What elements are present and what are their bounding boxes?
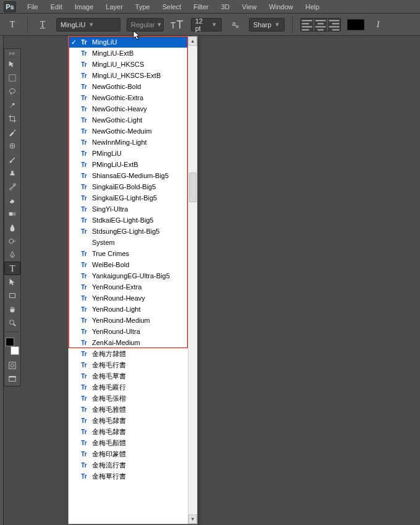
zoom-tool[interactable]: [4, 316, 20, 330]
font-option[interactable]: TrNewGothic-Extra: [69, 92, 188, 103]
menu-layer[interactable]: Layer: [104, 2, 124, 12]
scroll-up-button[interactable]: ▲: [188, 36, 197, 46]
align-left-button[interactable]: [301, 19, 313, 31]
font-option[interactable]: TrNewGothic-Heavy: [69, 103, 188, 114]
font-option[interactable]: TrYenRound-Extra: [69, 281, 188, 292]
svg-text:T: T: [170, 20, 176, 30]
antialias-combo[interactable]: Sharp ▾: [249, 18, 285, 32]
font-option[interactable]: TrMingLiU-ExtB: [69, 48, 188, 59]
font-option[interactable]: Tr金梅毛隸書: [69, 426, 188, 437]
orientation-toggle[interactable]: T: [35, 17, 50, 32]
font-option[interactable]: TrNewInnMing-Light: [69, 137, 188, 148]
panel-grip[interactable]: ▸▸: [4, 49, 20, 58]
scrollbar[interactable]: ▲ ▼: [188, 36, 197, 524]
font-option[interactable]: TrZenKai-Medium: [69, 337, 188, 348]
font-option[interactable]: TrMingLiU_HKSCS-ExtB: [69, 70, 188, 81]
magic-wand-tool[interactable]: [4, 98, 20, 112]
truetype-icon: Tr: [80, 305, 88, 313]
font-option[interactable]: Tr金梅毛行書: [69, 359, 188, 370]
font-size-combo[interactable]: 12 pt ▾: [191, 18, 222, 32]
path-selection-tool[interactable]: [4, 275, 20, 289]
font-family-combo[interactable]: MingLiU ▾: [56, 18, 120, 32]
font-option[interactable]: Tr金梅印篆體: [69, 448, 188, 459]
font-option[interactable]: Tr金梅毛張楷: [69, 393, 188, 404]
font-option[interactable]: ✓TrMingLiU: [69, 36, 188, 48]
screen-mode-button[interactable]: [4, 372, 20, 386]
font-name-label: SingYi-Ultra: [92, 205, 128, 213]
truetype-icon: Tr: [80, 228, 88, 235]
font-option[interactable]: Tr金梅毛匾行: [69, 382, 188, 393]
menu-view[interactable]: View: [241, 2, 258, 12]
font-style-combo[interactable]: Regular ▾: [127, 18, 164, 32]
lasso-tool[interactable]: [4, 85, 20, 98]
font-option[interactable]: TrMingLiU_HKSCS: [69, 59, 188, 70]
font-option[interactable]: Tr金梅毛隸書: [69, 415, 188, 426]
pen-tool[interactable]: [4, 248, 20, 262]
font-option[interactable]: System: [69, 237, 188, 248]
font-option[interactable]: TrNewGothic-Light: [69, 114, 188, 126]
scroll-thumb[interactable]: [189, 173, 196, 202]
brush-tool[interactable]: [4, 153, 20, 166]
font-option[interactable]: TrTrue Crimes: [69, 248, 188, 259]
gradient-tool[interactable]: [4, 207, 20, 221]
font-option[interactable]: TrSingYi-Ultra: [69, 203, 188, 215]
font-size-icon: TT: [170, 17, 185, 32]
menu-window[interactable]: Window: [267, 2, 294, 12]
menu-help[interactable]: Help: [304, 2, 321, 12]
color-swatches[interactable]: [4, 336, 20, 356]
tool-preset-button[interactable]: T: [5, 17, 20, 32]
type-tool[interactable]: T: [4, 262, 20, 275]
font-option[interactable]: TrPMingLiU: [69, 148, 188, 159]
font-option[interactable]: Tr金梅毛草書: [69, 370, 188, 382]
menu-edit[interactable]: Edit: [49, 2, 64, 12]
font-option[interactable]: TrSingkaiEG-Light-Big5: [69, 192, 188, 203]
font-option[interactable]: TrYenRound-Heavy: [69, 292, 188, 304]
font-option[interactable]: TrPMingLiU-ExtB: [69, 159, 188, 170]
font-option[interactable]: TrNewGothic-Meduim: [69, 126, 188, 137]
marquee-tool[interactable]: [4, 71, 20, 85]
font-option[interactable]: TrStdkaiEG-Light-Big5: [69, 215, 188, 226]
font-name-label: NewGothic-Extra: [92, 94, 143, 101]
move-tool[interactable]: [4, 58, 20, 71]
history-brush-tool[interactable]: [4, 180, 20, 194]
font-option[interactable]: Tr金梅方隸體: [69, 348, 188, 359]
font-option[interactable]: Tr金梅流行書: [69, 459, 188, 471]
align-right-button[interactable]: [328, 19, 340, 31]
text-color-swatch[interactable]: [347, 19, 364, 30]
font-option[interactable]: TrShiansaEG-Medium-Big5: [69, 170, 188, 181]
font-option[interactable]: TrYankaigungEG-Ultra-Big5: [69, 270, 188, 281]
font-list[interactable]: ✓TrMingLiUTrMingLiU-ExtBTrMingLiU_HKSCST…: [69, 36, 188, 524]
font-option[interactable]: TrYenRound-Light: [69, 304, 188, 315]
font-option[interactable]: Tr金梅毛雅體: [69, 404, 188, 415]
scroll-down-button[interactable]: ▼: [188, 514, 197, 524]
font-option[interactable]: TrWeiBei-Bold: [69, 259, 188, 270]
font-option[interactable]: TrStdsungEG-Light-Big5: [69, 226, 188, 237]
menu-file[interactable]: File: [26, 2, 40, 12]
menu-select[interactable]: Select: [161, 2, 183, 12]
healing-brush-tool[interactable]: [4, 139, 20, 153]
clone-stamp-tool[interactable]: [4, 166, 20, 180]
menu-filter[interactable]: Filter: [192, 2, 209, 12]
rectangle-tool[interactable]: [4, 289, 20, 302]
align-center-button[interactable]: [314, 19, 327, 31]
antialias-icon: aa: [228, 17, 243, 32]
scroll-track[interactable]: [188, 46, 197, 514]
font-option[interactable]: TrSingkaiEG-Bold-Big5: [69, 181, 188, 192]
font-option[interactable]: TrYenRound-Medium: [69, 315, 188, 326]
menu-type[interactable]: Type: [134, 2, 151, 12]
hand-tool[interactable]: [4, 302, 20, 316]
font-option[interactable]: TrYenRound-Ultra: [69, 326, 188, 337]
menu-3d[interactable]: 3D: [220, 2, 231, 12]
font-name-label: YenRound-Ultra: [92, 328, 140, 335]
eraser-tool[interactable]: [4, 194, 20, 207]
warp-text-button[interactable]: I: [371, 17, 385, 32]
font-option[interactable]: Tr金梅毛顏體: [69, 437, 188, 448]
eyedropper-tool[interactable]: [4, 126, 20, 139]
menu-image[interactable]: Image: [74, 2, 95, 12]
blur-tool[interactable]: [4, 221, 20, 234]
font-option[interactable]: TrNewGothic-Bold: [69, 81, 188, 92]
dodge-tool[interactable]: [4, 234, 20, 248]
font-option[interactable]: Tr金梅草行書: [69, 471, 188, 482]
crop-tool[interactable]: [4, 112, 20, 126]
quick-mask-toggle[interactable]: [4, 359, 20, 372]
